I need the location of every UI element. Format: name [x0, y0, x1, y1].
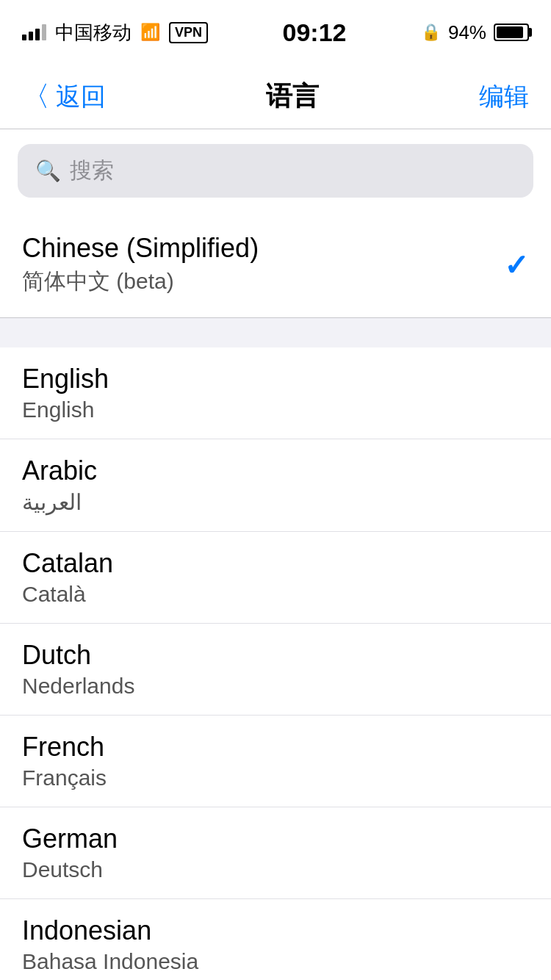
language-name: Arabic — [22, 455, 529, 486]
selected-language-native: 简体中文 (beta) — [22, 267, 259, 297]
nav-bar: 〈 返回 语言 编辑 — [0, 65, 551, 129]
carrier-name: 中国移动 — [55, 20, 132, 46]
checkmark-icon: ✓ — [504, 248, 529, 282]
language-name: Catalan — [22, 548, 529, 579]
language-native: Bahasa Indonesia — [22, 949, 529, 974]
selected-language-name: Chinese (Simplified) — [22, 233, 259, 264]
language-item[interactable]: CatalanCatalà — [0, 532, 551, 624]
vpn-badge: VPN — [169, 22, 208, 43]
status-bar: 中国移动 📶 VPN 09:12 🔒 94% — [0, 0, 551, 65]
battery-icon — [494, 24, 529, 41]
section-divider — [0, 318, 551, 347]
language-item[interactable]: FrenchFrançais — [0, 716, 551, 807]
search-icon: 🔍 — [35, 159, 61, 183]
selected-language-info: Chinese (Simplified) 简体中文 (beta) — [22, 233, 259, 297]
search-placeholder: 搜索 — [70, 156, 114, 186]
status-right: 🔒 94% — [421, 21, 529, 44]
selected-language-item[interactable]: Chinese (Simplified) 简体中文 (beta) ✓ — [22, 212, 529, 317]
back-chevron-icon: 〈 — [22, 82, 50, 110]
back-button[interactable]: 〈 返回 — [22, 80, 106, 114]
wifi-icon: 📶 — [140, 23, 160, 42]
battery-percentage: 94% — [448, 21, 486, 44]
search-container: 🔍 搜索 — [0, 129, 551, 212]
selected-language-section: Chinese (Simplified) 简体中文 (beta) ✓ — [0, 212, 551, 318]
language-item[interactable]: DutchNederlands — [0, 624, 551, 716]
language-native: Català — [22, 582, 529, 607]
language-native: Deutsch — [22, 857, 529, 882]
language-native: English — [22, 397, 529, 422]
language-item[interactable]: GermanDeutsch — [0, 807, 551, 899]
signal-icon — [22, 24, 46, 40]
language-name: German — [22, 824, 529, 854]
language-item[interactable]: Arabicالعربية — [0, 439, 551, 532]
lock-icon: 🔒 — [421, 23, 441, 42]
language-name: Indonesian — [22, 915, 529, 946]
language-item[interactable]: IndonesianBahasa Indonesia — [0, 899, 551, 980]
language-native: Nederlands — [22, 674, 529, 699]
language-list: EnglishEnglishArabicالعربيةCatalanCatalà… — [0, 347, 551, 980]
language-native: Français — [22, 765, 529, 790]
language-native: العربية — [22, 489, 529, 515]
status-left: 中国移动 📶 VPN — [22, 20, 208, 46]
language-name: English — [22, 364, 529, 394]
page-title: 语言 — [266, 79, 319, 115]
search-bar[interactable]: 🔍 搜索 — [18, 144, 533, 198]
back-label: 返回 — [56, 80, 106, 114]
status-time: 09:12 — [283, 18, 347, 47]
edit-button[interactable]: 编辑 — [479, 80, 529, 114]
language-name: French — [22, 732, 529, 763]
language-item[interactable]: EnglishEnglish — [0, 347, 551, 439]
language-name: Dutch — [22, 640, 529, 671]
battery-fill — [497, 26, 523, 38]
